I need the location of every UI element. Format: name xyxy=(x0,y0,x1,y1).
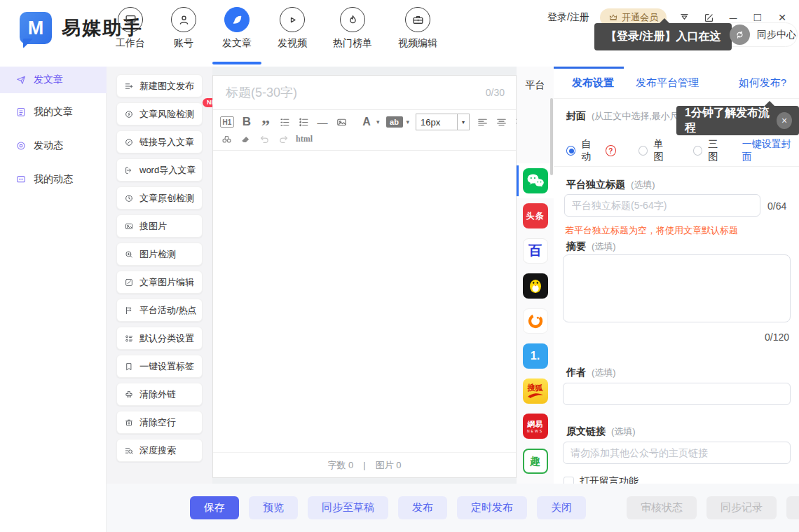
editor-footer: 字数 0 | 图片 0 xyxy=(213,452,516,477)
bold-button[interactable]: B xyxy=(240,115,253,129)
comment-label: 打开留言功能 xyxy=(580,475,638,484)
preview-button[interactable]: 预览 xyxy=(249,496,298,519)
sync-record-button[interactable]: 同步记录 xyxy=(706,496,777,519)
eraser-button[interactable] xyxy=(239,132,252,146)
platform-sohu[interactable]: 搜狐 xyxy=(517,374,554,409)
sync-to-draft-button[interactable]: 同步至草稿 xyxy=(308,496,388,519)
platform-wechat[interactable] xyxy=(517,163,554,198)
section-divider xyxy=(554,166,799,167)
monitor-icon xyxy=(124,13,137,27)
h1-button[interactable]: H1 xyxy=(220,116,234,128)
author-label: 作者 (选填) xyxy=(566,367,616,379)
tooltip-close-icon[interactable]: × xyxy=(777,112,792,129)
review-status-button[interactable]: 审核状态 xyxy=(627,496,697,519)
nav-hot-ranking[interactable]: 热门榜单 xyxy=(332,7,374,58)
sync-center-label[interactable]: 同步中心 xyxy=(757,29,796,41)
nav-publish-article[interactable]: 发文章 xyxy=(221,7,253,58)
publish-button[interactable]: 发布 xyxy=(398,496,447,519)
platform-toutiao[interactable]: 头条 xyxy=(517,198,554,233)
platforms-scrollbar[interactable] xyxy=(550,98,553,175)
tool-platform-activity-button[interactable]: 平台活动/热点 xyxy=(116,299,203,322)
how-to-publish-link[interactable]: 如何发布? xyxy=(739,76,786,90)
platform-yidianzixun[interactable]: 1. xyxy=(517,339,554,374)
platform-qutoutiao[interactable]: 趣 xyxy=(517,444,554,479)
sidebar-item-publish-article[interactable]: 发文章 xyxy=(0,67,107,93)
nav-accounts[interactable]: 账号 xyxy=(170,7,198,58)
nav-video-edit[interactable]: 视频编辑 xyxy=(397,7,439,58)
cover-help-icon[interactable]: ? xyxy=(606,145,616,156)
editor-content-area[interactable] xyxy=(213,151,516,452)
baijiahao-icon: 百 xyxy=(523,238,548,264)
undo-button[interactable] xyxy=(258,132,271,146)
tool-clear-links-button[interactable]: 清除外链 xyxy=(116,383,203,406)
filter-icon[interactable] xyxy=(677,11,691,25)
chat-bubble-icon xyxy=(15,174,27,185)
insert-image-button[interactable] xyxy=(335,115,348,129)
title-input[interactable]: 标题(5-30字) xyxy=(226,84,486,101)
sidebar-item-publish-moment[interactable]: 发动态 xyxy=(0,132,107,159)
radio-single-image[interactable] xyxy=(638,146,648,156)
save-button[interactable]: 保存 xyxy=(190,496,239,519)
circle-dot-icon xyxy=(15,140,27,151)
horizontal-rule-button[interactable]: — xyxy=(316,115,329,129)
radio-single-label[interactable]: 单图 xyxy=(653,138,671,163)
platform-qq-penguin[interactable] xyxy=(517,268,554,303)
tab-platform-management[interactable]: 发布平台管理 xyxy=(636,76,699,90)
radio-auto[interactable] xyxy=(566,146,575,156)
platforms-column: 平台 头条 百 xyxy=(517,67,554,484)
redo-button[interactable] xyxy=(277,132,289,146)
tool-clear-blank-button[interactable]: 清除空行 xyxy=(116,411,203,434)
compose-icon[interactable] xyxy=(702,11,716,25)
font-size-select[interactable]: 16px ▾ xyxy=(416,114,470,130)
font-color-caret[interactable]: ▾ xyxy=(376,118,380,125)
comment-checkbox[interactable] xyxy=(564,477,574,484)
tool-deep-search-button[interactable]: 深度搜索 xyxy=(116,439,203,462)
nav-publish-video[interactable]: 发视频 xyxy=(276,7,308,58)
publish-record-button[interactable]: 发布记录 xyxy=(786,496,799,519)
close-editor-button[interactable]: 关闭 xyxy=(537,496,586,519)
source-link-input[interactable] xyxy=(563,442,791,464)
tool-default-category-button[interactable]: 默认分类设置 xyxy=(116,327,203,350)
sync-icon[interactable] xyxy=(730,25,750,45)
highlight-color-button[interactable]: ab xyxy=(386,116,403,128)
tool-new-article-button[interactable]: 新建图文发布 xyxy=(116,74,203,97)
tool-risk-check-button[interactable]: 文章风险检测NEW xyxy=(116,102,203,125)
radio-auto-label[interactable]: 自动 xyxy=(581,138,599,163)
tool-link-import-button[interactable]: 链接导入文章 xyxy=(116,130,203,154)
independent-title-input[interactable] xyxy=(564,194,760,217)
tab-publish-settings[interactable]: 发布设置 xyxy=(572,76,614,90)
tool-image-search-button[interactable]: 搜图片 xyxy=(116,214,203,238)
font-color-button[interactable]: A xyxy=(360,115,373,129)
tool-originality-check-button[interactable]: 文章原创检测 xyxy=(116,186,203,210)
align-center-button[interactable] xyxy=(495,115,507,129)
highlight-color-caret[interactable]: ▾ xyxy=(407,118,410,125)
login-register-link[interactable]: 登录/注册 xyxy=(547,11,589,24)
platform-weibo[interactable] xyxy=(517,479,554,484)
tool-tag-setting-button[interactable]: 一键设置标签 xyxy=(116,355,203,378)
scheduled-publish-button[interactable]: 定时发布 xyxy=(457,496,527,519)
cover-options-row: 自动 ? 单图 三图 一键设置封面 xyxy=(566,138,798,163)
radio-three-label[interactable]: 三图 xyxy=(708,138,726,163)
radio-three-images[interactable] xyxy=(693,146,702,156)
sidebar-item-my-articles[interactable]: 我的文章 xyxy=(0,99,107,125)
tool-article-image-edit-button[interactable]: 文章图片编辑 xyxy=(116,271,203,294)
one-click-cover-link[interactable]: 一键设置封面 xyxy=(742,138,798,163)
sidebar-item-my-moments[interactable]: 我的动态 xyxy=(0,166,107,193)
nav-active-underline xyxy=(212,62,261,64)
find-replace-button[interactable] xyxy=(220,132,233,146)
tool-image-check-button[interactable]: 图片检测 xyxy=(116,243,203,266)
platform-dayu[interactable] xyxy=(517,303,554,339)
platforms-header: 平台 xyxy=(517,67,554,92)
tool-word-import-button[interactable]: word导入文章 xyxy=(116,158,203,182)
html-mode-button[interactable]: html xyxy=(296,132,313,146)
align-left-button[interactable] xyxy=(476,115,489,129)
ordered-list-button[interactable] xyxy=(278,115,291,129)
platform-netease[interactable]: 網易 NEWS xyxy=(517,409,554,444)
nav-workbench[interactable]: 工作台 xyxy=(114,7,146,58)
blockquote-button[interactable]: ” xyxy=(259,111,272,132)
unordered-list-button[interactable] xyxy=(297,115,310,129)
summary-textarea[interactable] xyxy=(563,254,791,322)
wechat-icon xyxy=(523,168,548,193)
platform-baijiahao[interactable]: 百 xyxy=(517,233,554,268)
author-input[interactable] xyxy=(563,383,791,405)
